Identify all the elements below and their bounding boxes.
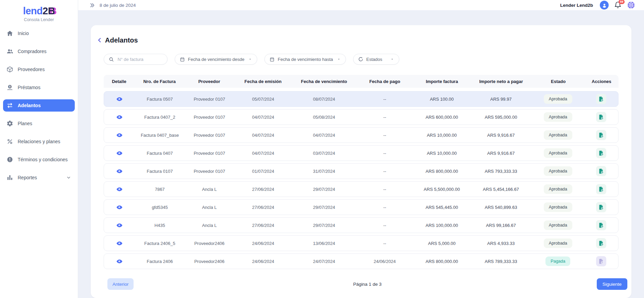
sidebar-item-label: Relaciones y planes — [18, 139, 60, 144]
states-filter[interactable]: Estados — [353, 54, 399, 65]
adelantos-panel: Adelantos Fecha de vencimiento desde — [91, 25, 631, 298]
avatar[interactable] — [600, 1, 609, 10]
eye-icon[interactable] — [116, 204, 123, 211]
issue-date: 27/06/2024 — [234, 223, 292, 228]
due-date: 31/07/2024 — [292, 169, 356, 174]
sidebar-item-proveedores[interactable]: Proveedores — [3, 63, 75, 76]
provider-name: Ancla L — [185, 187, 234, 192]
main-area: 8 de julio de 2024 Lender Lend2b 59 Adel… — [78, 0, 644, 298]
language-globe-button[interactable] — [627, 1, 635, 9]
date-from-filter[interactable]: Fecha de vencimiento desde — [175, 54, 257, 65]
status-badge: Aprobada — [544, 238, 572, 248]
topbar-right: Lender Lend2b 59 — [560, 1, 635, 10]
back-button[interactable] — [96, 37, 103, 44]
sidebar-item-compradores[interactable]: Compradores — [3, 45, 75, 57]
logo: lend2BB Consola Lender — [0, 3, 78, 24]
issue-date: 24/06/2024 — [234, 259, 292, 264]
sidebar-item-planes[interactable]: Planes — [3, 117, 75, 130]
invoice-search[interactable] — [104, 54, 168, 65]
sidebar-item-label: Términos y condiciones — [18, 157, 68, 162]
filters-bar: Fecha de vencimiento desde Fecha de venc… — [104, 54, 619, 65]
notifications-button[interactable]: 59 — [614, 1, 622, 9]
loan-coin-icon: $ — [6, 84, 13, 91]
percent-icon — [6, 138, 13, 145]
sidebar-item-reportes[interactable]: Reportes — [3, 171, 75, 184]
caret-down-icon — [337, 57, 341, 61]
sidebar-item-inicio[interactable]: Inicio — [3, 27, 75, 39]
eye-icon[interactable] — [116, 186, 123, 193]
due-date: 04/07/2024 — [292, 133, 356, 138]
caret-down-icon — [248, 57, 252, 61]
net-amount: ARS 540,899.63 — [470, 205, 532, 210]
table-row: 7867 Ancla L 27/06/2024 29/07/2024 -- AR… — [104, 181, 619, 197]
previous-page-button[interactable]: Anterior — [107, 278, 134, 290]
column-header: Fecha de vencimiento — [292, 79, 356, 84]
invoice-number: Factura 0407 — [135, 151, 185, 156]
double-chevron-right-icon[interactable] — [89, 2, 95, 8]
provider-name: Proveedor2406 — [185, 241, 234, 246]
eye-icon[interactable] — [116, 240, 123, 247]
invoice-amount: ARS 800,000.00 — [414, 259, 470, 264]
column-header: Importe factura — [414, 79, 470, 84]
sidebar-item-pr-stamos[interactable]: $ Préstamos — [3, 81, 75, 94]
file-check-action-button[interactable] — [596, 202, 606, 212]
sidebar-item-label: Adelantos — [18, 103, 41, 108]
eye-icon[interactable] — [116, 150, 123, 156]
sidebar-item-t-rminos-y-condiciones[interactable]: Términos y condiciones — [3, 153, 75, 166]
table-row: Factura 0407_2 Proveedor 0107 04/07/2024… — [104, 109, 619, 125]
payment-date: -- — [356, 241, 413, 246]
table-row: gfd5345 Ancla L 27/06/2024 29/07/2024 --… — [104, 199, 619, 215]
globe-icon — [627, 1, 635, 9]
invoice-amount: ARS 5,500,000.00 — [414, 187, 470, 192]
due-date: 29/07/2024 — [292, 187, 356, 192]
logo-subtitle: Consola Lender — [2, 17, 76, 22]
sidebar-item-relaciones-y-planes[interactable]: Relaciones y planes — [3, 135, 75, 148]
eye-icon[interactable] — [116, 114, 123, 120]
file-check-action-button[interactable] — [596, 148, 606, 158]
page-title: Adelantos — [105, 35, 138, 45]
file-check-action-button[interactable] — [596, 238, 606, 248]
column-header: Importe neto a pagar — [470, 79, 532, 84]
table-row: Factura 2406_5 Proveedor2406 24/06/2024 … — [104, 235, 619, 251]
net-amount: ARS 9,916.67 — [470, 133, 532, 138]
issue-date: 05/07/2024 — [234, 97, 292, 102]
invoice-number: gfd5345 — [135, 205, 185, 210]
file-check-action-button[interactable] — [596, 220, 606, 230]
net-amount: ARS 99,166.67 — [470, 223, 532, 228]
file-check-action-button[interactable] — [596, 184, 606, 194]
date-to-label: Fecha de vencimiento hasta — [278, 57, 333, 62]
date-to-filter[interactable]: Fecha de vencimiento hasta — [264, 54, 346, 65]
issue-date: 04/07/2024 — [234, 133, 292, 138]
header-date: 8 de julio de 2024 — [100, 3, 136, 8]
eye-icon[interactable] — [116, 222, 123, 229]
app-root: lend2BB Consola Lender Inicio Compradore… — [0, 0, 644, 298]
sidebar-item-adelantos[interactable]: Adelantos — [3, 99, 75, 112]
eye-icon[interactable] — [116, 258, 123, 265]
provider-name: Proveedor 0107 — [185, 169, 234, 174]
file-check-action-button[interactable] — [596, 112, 606, 122]
search-input[interactable] — [117, 56, 162, 62]
payment-date: -- — [356, 151, 413, 156]
next-page-button[interactable]: Siguiente — [597, 278, 627, 290]
table-row: Factura 0107 Proveedor 0107 01/07/2024 3… — [104, 163, 619, 179]
eye-icon[interactable] — [116, 132, 123, 138]
provider-name: Proveedor 0107 — [185, 115, 234, 120]
provider-name: Proveedor 0107 — [185, 133, 234, 138]
issue-date: 04/07/2024 — [234, 151, 292, 156]
eye-icon[interactable] — [116, 168, 123, 175]
provider-name: Proveedor 0107 — [185, 151, 234, 156]
payment-date: -- — [356, 169, 413, 174]
status-badge: Aprobada — [544, 166, 572, 176]
status-badge: Aprobada — [544, 148, 572, 158]
file-check-action-button[interactable] — [596, 94, 606, 104]
issue-date: 27/06/2024 — [234, 205, 292, 210]
eye-icon[interactable] — [116, 96, 123, 102]
file-check-action-button[interactable] — [596, 130, 606, 140]
invoice-number: Factura 2406_5 — [135, 241, 185, 246]
net-amount: ARS 99.97 — [470, 97, 532, 102]
invoice-amount: ARS 600,000.00 — [414, 115, 470, 120]
due-date: 08/07/2024 — [292, 97, 356, 102]
pagination: Anterior Página 1 de 3 Siguiente — [107, 275, 627, 293]
file-check-action-button[interactable] — [596, 166, 606, 176]
invoice-amount: ARS 100,000.00 — [414, 223, 470, 228]
